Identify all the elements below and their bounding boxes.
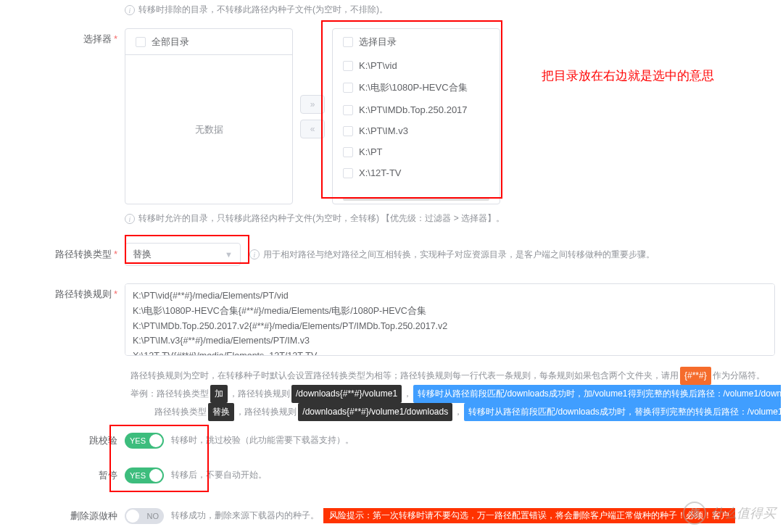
path-type-label: 路径转换类型 bbox=[55, 249, 112, 259]
delete-warning: 风险提示：第一次转移时请不要勾选，万一路径配置错误，将会删除客户端正常做种的种子… bbox=[323, 508, 735, 523]
transfer-right-panel[interactable]: 选择目录 K:\PT\vidK:\电影\1080P-HEVC合集K:\PT\IM… bbox=[332, 28, 500, 204]
item-text: K:\PT bbox=[359, 146, 383, 157]
pause-label: 暂停 bbox=[99, 470, 117, 481]
checkbox-icon[interactable] bbox=[136, 37, 146, 47]
checkbox-icon[interactable] bbox=[343, 105, 353, 115]
transfer-item[interactable]: K:\PT\vid bbox=[333, 55, 500, 76]
path-rule-help: 路径转换规则为空时，在转移种子时默认会设置路径转换类型为相等；路径转换规则每一行… bbox=[130, 367, 781, 420]
checkbox-icon[interactable] bbox=[343, 126, 353, 136]
checkbox-icon[interactable] bbox=[343, 168, 353, 178]
chevron-down-icon: ▼ bbox=[225, 250, 233, 259]
checkbox-icon[interactable] bbox=[343, 37, 353, 47]
hint-text: 用于相对路径与绝对路径之间互相转换，实现种子对应资源目录，是客户端之间转移做种的… bbox=[263, 248, 655, 262]
checkbox-icon[interactable] bbox=[343, 61, 353, 71]
exclude-dir-hint: i 转移时排除的目录，不转移此路径内种子文件(为空时，不排除)。 bbox=[125, 3, 783, 17]
item-text: K:\PT\IMDb.Top.250.2017 bbox=[359, 104, 468, 115]
left-header: 全部目录 bbox=[152, 36, 189, 49]
pause-hint: 转移后，不要自动开始。 bbox=[171, 469, 267, 481]
transfer-item[interactable]: K:\PT\IM.v3 bbox=[333, 120, 500, 141]
left-empty-text: 无数据 bbox=[125, 55, 292, 204]
transfer-buttons: » « bbox=[300, 95, 325, 138]
annotation-text: 把目录放在右边就是选中的意思 bbox=[542, 67, 714, 84]
watermark: 值 什么值得买 bbox=[683, 502, 776, 525]
scrollbar[interactable] bbox=[343, 197, 489, 201]
item-text: X:\12T-TV bbox=[359, 167, 402, 178]
move-left-button[interactable]: « bbox=[300, 120, 325, 138]
item-text: K:\电影\1080P-HEVC合集 bbox=[359, 81, 468, 94]
right-header: 选择目录 bbox=[359, 36, 397, 49]
path-rule-textarea[interactable] bbox=[125, 283, 775, 356]
info-icon: i bbox=[249, 249, 260, 259]
transfer-left-panel[interactable]: 全部目录 无数据 bbox=[125, 28, 293, 204]
transfer-item[interactable]: K:\PT\IMDb.Top.250.2017 bbox=[333, 99, 500, 120]
path-type-select[interactable]: 替换 ▼ bbox=[125, 243, 241, 266]
item-text: K:\PT\IM.v3 bbox=[359, 125, 408, 136]
transfer-item[interactable]: X:\12T-TV bbox=[333, 162, 500, 183]
transfer-item[interactable]: K:\电影\1080P-HEVC合集 bbox=[333, 76, 500, 99]
hint-text: 转移时允许的目录，只转移此路径内种子文件(为空时，全转移) 【优先级：过滤器 >… bbox=[138, 212, 505, 225]
delete-src-label: 删除源做种 bbox=[70, 510, 117, 521]
checkbox-icon[interactable] bbox=[343, 147, 353, 157]
select-value: 替换 bbox=[133, 248, 152, 261]
info-icon: i bbox=[125, 5, 135, 15]
skip-check-label: 跳校验 bbox=[89, 435, 117, 446]
skip-check-switch[interactable]: YES bbox=[125, 433, 164, 449]
checkbox-icon[interactable] bbox=[343, 83, 353, 93]
hint-text: 转移时排除的目录，不转移此路径内种子文件(为空时，不排除)。 bbox=[138, 3, 388, 17]
delete-hint: 转移成功，删除来源下载器内的种子。 bbox=[171, 510, 319, 522]
selector-label: 选择器 bbox=[83, 33, 112, 44]
skip-check-hint: 转移时，跳过校验（此功能需要下载器支持）。 bbox=[171, 434, 354, 446]
selector-hint: i 转移时允许的目录，只转移此路径内种子文件(为空时，全转移) 【优先级：过滤器… bbox=[125, 212, 783, 225]
delete-src-switch[interactable]: NO bbox=[125, 508, 164, 524]
info-icon: i bbox=[125, 214, 135, 224]
path-rule-label: 路径转换规则 bbox=[55, 288, 112, 299]
item-text: K:\PT\vid bbox=[359, 60, 397, 71]
pause-switch[interactable]: YES bbox=[125, 467, 164, 483]
move-right-button[interactable]: » bbox=[300, 95, 325, 114]
transfer-item[interactable]: K:\PT bbox=[333, 141, 500, 162]
